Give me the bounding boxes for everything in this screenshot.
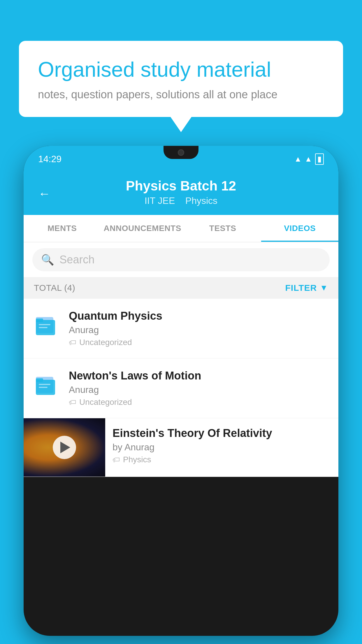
item-info: Newton's Laws of Motion Anurag 🏷 Uncateg… (69, 370, 328, 407)
play-button[interactable] (53, 436, 76, 459)
status-icons: ▲ ▲ ▮ (294, 153, 324, 165)
tag-icon: 🏷 (113, 455, 120, 464)
phone-container: 14:29 ▲ ▲ ▮ ← Physics Batch 12 IIT JEE P… (23, 146, 339, 644)
status-time: 14:29 (38, 154, 61, 164)
front-camera (178, 149, 184, 156)
tab-videos[interactable]: VIDEOS (261, 215, 338, 242)
speech-bubble-container: Organised study material notes, question… (19, 41, 343, 117)
item-title: Newton's Laws of Motion (69, 370, 328, 382)
battery-icon: ▮ (315, 153, 324, 165)
phone-body: 14:29 ▲ ▲ ▮ ← Physics Batch 12 IIT JEE P… (24, 146, 338, 636)
video-author: by Anurag (113, 442, 331, 453)
svg-rect-8 (39, 384, 50, 385)
video-thumbnail (24, 418, 105, 477)
file-folder-icon (35, 371, 59, 397)
tab-tests[interactable]: TESTS (184, 215, 261, 242)
phone-notch (164, 146, 198, 159)
item-icon (34, 371, 60, 397)
thumbnail-overlay (24, 418, 105, 477)
svg-rect-3 (39, 324, 50, 325)
search-bar[interactable]: 🔍 Search (32, 248, 330, 271)
app-header: ← Physics Batch 12 IIT JEE Physics (24, 172, 338, 215)
item-author: Anurag (69, 384, 328, 395)
tag-label: Uncategorized (79, 338, 132, 347)
item-icon (34, 311, 60, 337)
svg-rect-7 (36, 378, 43, 382)
svg-rect-2 (36, 318, 43, 322)
list-container: Quantum Physics Anurag 🏷 Uncategorized (24, 299, 338, 477)
speech-bubble: Organised study material notes, question… (19, 41, 343, 117)
list-item-video[interactable]: Einstein's Theory Of Relativity by Anura… (24, 418, 338, 477)
item-tag: 🏷 Uncategorized (69, 338, 328, 347)
tag-icon: 🏷 (69, 338, 76, 347)
app-subtitle: IIT JEE Physics (38, 195, 324, 206)
item-info: Quantum Physics Anurag 🏷 Uncategorized (69, 310, 328, 347)
svg-rect-9 (39, 387, 48, 388)
subtitle-iitjee: IIT JEE (145, 195, 175, 206)
file-folder-icon (35, 311, 59, 337)
item-tag: 🏷 Uncategorized (69, 398, 328, 407)
video-title: Einstein's Theory Of Relativity (113, 427, 331, 440)
wifi-icon: ▲ (294, 155, 302, 164)
filter-label: FILTER (285, 283, 317, 293)
signal-icon: ▲ (305, 155, 312, 164)
filter-icon: ▼ (320, 283, 328, 293)
search-icon: 🔍 (41, 254, 54, 266)
list-item[interactable]: Quantum Physics Anurag 🏷 Uncategorized (24, 299, 338, 358)
app-title: Physics Batch 12 (38, 178, 324, 194)
list-item[interactable]: Newton's Laws of Motion Anurag 🏷 Uncateg… (24, 358, 338, 418)
subtitle-physics: Physics (185, 195, 217, 206)
total-count: TOTAL (4) (34, 283, 75, 293)
status-bar: 14:29 ▲ ▲ ▮ (24, 146, 338, 172)
tag-label: Uncategorized (79, 398, 132, 407)
search-placeholder: Search (59, 253, 94, 266)
tag-label: Physics (123, 455, 151, 464)
filter-bar: TOTAL (4) FILTER ▼ (24, 277, 338, 299)
video-tag: 🏷 Physics (113, 455, 331, 464)
filter-button[interactable]: FILTER ▼ (285, 283, 328, 293)
tab-announcements[interactable]: ANNOUNCEMENTS (101, 215, 184, 242)
item-title: Quantum Physics (69, 310, 328, 322)
tab-ments[interactable]: MENTS (24, 215, 101, 242)
bubble-title: Organised study material (38, 57, 324, 82)
video-info: Einstein's Theory Of Relativity by Anura… (105, 418, 338, 473)
back-button[interactable]: ← (38, 187, 50, 201)
search-container: 🔍 Search (24, 242, 338, 277)
item-author: Anurag (69, 325, 328, 335)
bubble-subtitle: notes, question papers, solutions all at… (38, 88, 324, 101)
tag-icon: 🏷 (69, 398, 76, 407)
tabs-bar: MENTS ANNOUNCEMENTS TESTS VIDEOS (24, 215, 338, 242)
svg-rect-4 (39, 327, 48, 328)
play-icon (60, 442, 70, 453)
